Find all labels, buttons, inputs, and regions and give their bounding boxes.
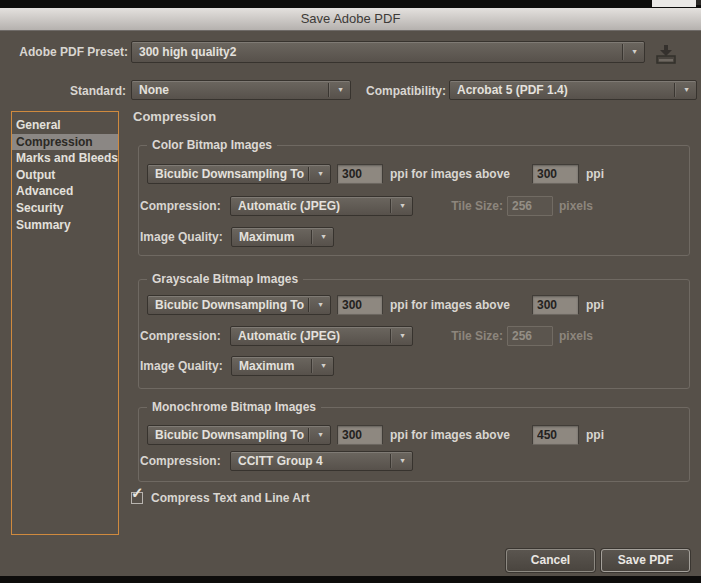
sidebar-item-summary[interactable]: Summary	[12, 217, 118, 234]
grayscale-quality-dropdown[interactable]: Maximum ▼	[231, 356, 334, 376]
standard-value: None	[139, 81, 169, 99]
chevron-down-icon: ▼	[317, 431, 324, 439]
dropdown-separator	[328, 83, 329, 97]
chevron-down-icon: ▼	[399, 457, 406, 465]
grayscale-tile-unit-label: pixels	[559, 326, 593, 346]
dropdown-separator	[308, 298, 309, 312]
color-compression-dropdown[interactable]: Automatic (JPEG) ▼	[230, 196, 413, 216]
grayscale-ppi-field[interactable]	[337, 295, 383, 315]
chevron-down-icon: ▼	[320, 233, 327, 241]
sidebar-item-compression[interactable]: Compression	[12, 134, 118, 151]
color-above-label: ppi for images above	[390, 164, 510, 184]
monochrome-compression-label: Compression:	[140, 451, 221, 471]
cancel-button[interactable]: Cancel	[506, 549, 595, 572]
grayscale-compression-label: Compression:	[140, 326, 221, 346]
sidebar-item-security[interactable]: Security	[12, 200, 118, 217]
dropdown-separator	[622, 44, 623, 60]
dropdown-separator	[390, 329, 391, 343]
color-ppi-field[interactable]	[337, 164, 383, 184]
background-window-fragment	[652, 0, 696, 7]
screen-bottom-strip	[0, 576, 701, 583]
preset-dropdown[interactable]: 300 high quality2 ▼	[131, 41, 645, 63]
dropdown-separator	[674, 83, 675, 97]
window-corner-notch	[696, 0, 701, 5]
monochrome-ppi-field[interactable]	[337, 425, 383, 445]
preset-label: Adobe PDF Preset:	[0, 42, 128, 62]
dialog-title: Save Adobe PDF	[301, 11, 401, 26]
dropdown-separator	[311, 359, 312, 373]
monochrome-downsample-value: Bicubic Downsampling To	[155, 426, 304, 444]
settings-category-list: General Compression Marks and Bleeds Out…	[11, 111, 119, 535]
color-tile-size-field	[507, 196, 553, 216]
grayscale-downsample-dropdown[interactable]: Bicubic Downsampling To ▼	[147, 295, 331, 315]
dialog-titlebar: Save Adobe PDF	[0, 8, 701, 31]
color-bitmap-group-title: Color Bitmap Images	[147, 138, 277, 153]
compatibility-label: Compatibility:	[352, 81, 446, 101]
save-pdf-button[interactable]: Save PDF	[601, 549, 690, 572]
chevron-down-icon: ▼	[683, 86, 690, 94]
chevron-down-icon: ▼	[631, 48, 638, 56]
compress-text-checkbox-label[interactable]: Compress Text and Line Art	[151, 488, 310, 508]
sidebar-item-marks-and-bleeds[interactable]: Marks and Bleeds	[12, 150, 118, 167]
checkmark-icon: ✓	[131, 485, 144, 500]
grayscale-above-label: ppi for images above	[390, 295, 510, 315]
chevron-down-icon: ▼	[320, 362, 327, 370]
page-title: Compression	[133, 107, 216, 127]
dropdown-separator	[390, 454, 391, 468]
chevron-down-icon: ▼	[317, 301, 324, 309]
monochrome-bitmap-group-title: Monochrome Bitmap Images	[147, 400, 321, 415]
sidebar-item-advanced[interactable]: Advanced	[12, 183, 118, 200]
screen-top-strip	[0, 0, 701, 8]
monochrome-downsample-dropdown[interactable]: Bicubic Downsampling To ▼	[147, 425, 331, 445]
monochrome-compression-value: CCITT Group 4	[238, 452, 323, 470]
grayscale-quality-value: Maximum	[239, 357, 294, 375]
color-downsample-dropdown[interactable]: Bicubic Downsampling To ▼	[147, 164, 331, 184]
grayscale-tile-size-label: Tile Size:	[440, 326, 503, 346]
dropdown-separator	[308, 167, 309, 181]
color-quality-value: Maximum	[239, 228, 294, 246]
save-preset-to-disk-icon[interactable]	[654, 44, 678, 64]
standard-label: Standard:	[0, 81, 126, 101]
color-tile-unit-label: pixels	[559, 196, 593, 216]
preset-value: 300 high quality2	[139, 42, 236, 62]
dropdown-separator	[308, 428, 309, 442]
color-compression-label: Compression:	[140, 196, 221, 216]
grayscale-compression-value: Automatic (JPEG)	[238, 327, 340, 345]
color-quality-label: Image Quality:	[140, 227, 223, 247]
monochrome-above-label: ppi for images above	[390, 425, 510, 445]
compatibility-value: Acrobat 5 (PDF 1.4)	[457, 81, 568, 99]
grayscale-tile-size-field	[507, 326, 553, 346]
monochrome-above-ppi-field[interactable]	[532, 425, 579, 445]
sidebar-item-output[interactable]: Output	[12, 167, 118, 184]
color-quality-dropdown[interactable]: Maximum ▼	[231, 227, 334, 247]
color-ppi-unit-label: ppi	[586, 164, 604, 184]
color-compression-value: Automatic (JPEG)	[238, 197, 340, 215]
sidebar-item-general[interactable]: General	[12, 117, 118, 134]
dropdown-separator	[390, 199, 391, 213]
monochrome-compression-dropdown[interactable]: CCITT Group 4 ▼	[230, 451, 413, 471]
grayscale-ppi-unit-label: ppi	[586, 295, 604, 315]
chevron-down-icon: ▼	[317, 170, 324, 178]
color-above-ppi-field[interactable]	[532, 164, 579, 184]
color-downsample-value: Bicubic Downsampling To	[155, 165, 304, 183]
color-tile-size-label: Tile Size:	[440, 196, 503, 216]
grayscale-compression-dropdown[interactable]: Automatic (JPEG) ▼	[230, 326, 413, 346]
compatibility-dropdown[interactable]: Acrobat 5 (PDF 1.4) ▼	[449, 80, 697, 100]
chevron-down-icon: ▼	[399, 202, 406, 210]
grayscale-downsample-value: Bicubic Downsampling To	[155, 296, 304, 314]
standard-dropdown[interactable]: None ▼	[131, 80, 351, 100]
dropdown-separator	[311, 230, 312, 244]
chevron-down-icon: ▼	[399, 332, 406, 340]
grayscale-quality-label: Image Quality:	[140, 356, 223, 376]
grayscale-above-ppi-field[interactable]	[532, 295, 579, 315]
grayscale-bitmap-group-title: Grayscale Bitmap Images	[147, 272, 303, 287]
chevron-down-icon: ▼	[337, 86, 344, 94]
monochrome-ppi-unit-label: ppi	[586, 425, 604, 445]
